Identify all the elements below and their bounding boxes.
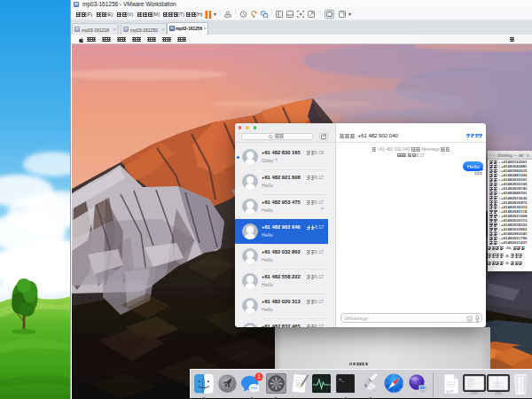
svg-text:1: 1	[257, 373, 261, 379]
svg-text:SCPT: SCPT	[446, 389, 454, 393]
svg-text:>_: >_	[338, 377, 345, 383]
